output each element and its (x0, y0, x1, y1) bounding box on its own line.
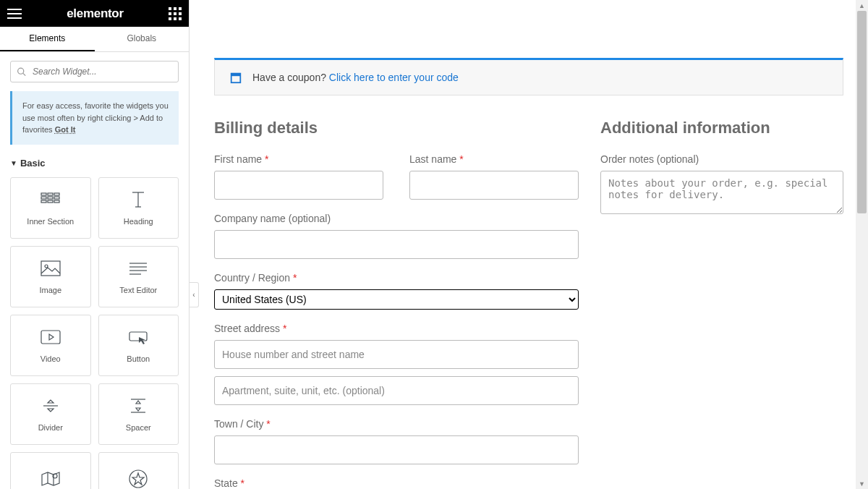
svg-rect-8 (41, 200, 46, 203)
brand-label: elementor (67, 7, 124, 21)
coupon-text: Have a coupon? (252, 72, 329, 83)
svg-rect-14 (41, 261, 60, 276)
additional-column: Additional information Order notes (opti… (600, 119, 843, 489)
search-wrap (10, 61, 179, 82)
hamburger-menu-icon[interactable] (7, 9, 22, 19)
text-editor-icon (128, 258, 148, 278)
svg-rect-10 (54, 200, 59, 203)
category-label: Basic (20, 158, 46, 169)
widget-spacer[interactable]: Spacer (98, 383, 179, 445)
svg-marker-25 (48, 409, 54, 412)
first-name-label: First name * (214, 153, 383, 165)
svg-rect-36 (231, 74, 241, 77)
widget-grid: Inner Section Heading Image Text Editor … (10, 177, 179, 490)
tab-elements[interactable]: Elements (0, 27, 95, 51)
button-icon (128, 327, 148, 347)
svg-marker-23 (48, 400, 54, 403)
svg-rect-20 (41, 331, 60, 344)
columns-icon (41, 190, 61, 210)
tab-globals[interactable]: Globals (95, 27, 190, 51)
widget-button[interactable]: Button (98, 315, 179, 376)
svg-rect-5 (41, 197, 46, 199)
billing-heading: Billing details (214, 119, 579, 137)
country-label: Country / Region * (214, 272, 579, 284)
additional-heading: Additional information (600, 119, 843, 137)
widget-google-maps[interactable] (10, 452, 91, 490)
map-icon (41, 469, 61, 489)
heading-icon (128, 190, 148, 210)
svg-rect-6 (48, 197, 53, 199)
svg-marker-27 (136, 401, 140, 404)
scroll-thumb[interactable] (857, 11, 867, 213)
banner-text: For easy access, favorite the widgets yo… (22, 101, 169, 134)
widget-label: Spacer (126, 423, 151, 432)
app-root: elementor Elements Globals For easy acce… (0, 0, 868, 489)
search-icon (17, 67, 26, 77)
order-notes-field[interactable] (600, 171, 843, 214)
panel-header: elementor (0, 0, 189, 27)
state-label: State * (214, 477, 579, 489)
widget-label: Text Editor (119, 286, 157, 294)
scroll-up-arrow-icon[interactable]: ▲ (856, 0, 868, 11)
coupon-notice: Have a coupon? Click here to enter your … (214, 58, 843, 95)
country-select[interactable]: United States (US) (214, 289, 579, 310)
widget-label: Inner Section (27, 217, 74, 226)
last-name-field[interactable] (409, 171, 579, 200)
widget-label: Divider (38, 423, 63, 432)
panel-body: For easy access, favorite the widgets yo… (0, 52, 189, 489)
widget-image[interactable]: Image (10, 246, 91, 307)
star-icon (128, 469, 148, 489)
svg-rect-3 (48, 193, 53, 195)
street-address-2-field[interactable] (214, 376, 579, 405)
category-basic[interactable]: ▼ Basic (10, 158, 179, 169)
street-address-1-field[interactable] (214, 340, 579, 369)
divider-icon (41, 396, 61, 416)
svg-marker-21 (49, 334, 54, 340)
elementor-panel: elementor Elements Globals For easy acce… (0, 0, 190, 489)
street-label: Street address * (214, 323, 579, 334)
video-icon (41, 327, 61, 347)
scroll-down-arrow-icon[interactable]: ▼ (856, 478, 868, 489)
svg-point-15 (45, 265, 48, 268)
panel-tabs: Elements Globals (0, 27, 189, 52)
banner-gotit-link[interactable]: Got It (55, 125, 76, 134)
image-icon (41, 258, 61, 278)
company-field[interactable] (214, 230, 579, 259)
coupon-icon (229, 71, 242, 84)
widget-label: Button (127, 354, 150, 363)
widget-label: Heading (124, 217, 153, 226)
checkout-columns: Billing details First name * Last name *… (214, 119, 843, 489)
spacer-icon (128, 396, 148, 416)
widget-divider[interactable]: Divider (10, 383, 91, 445)
billing-column: Billing details First name * Last name *… (214, 119, 579, 489)
first-name-field[interactable] (214, 171, 383, 200)
panel-collapse-handle[interactable]: ‹ (190, 282, 199, 307)
search-input[interactable] (10, 61, 179, 82)
order-notes-label: Order notes (optional) (600, 153, 843, 165)
svg-rect-22 (129, 332, 147, 341)
vertical-scrollbar[interactable]: ▲ ▼ (856, 0, 868, 489)
apps-grid-icon[interactable] (169, 7, 182, 20)
svg-point-0 (18, 68, 24, 74)
city-field[interactable] (214, 435, 579, 464)
svg-marker-28 (136, 408, 140, 411)
widget-icon[interactable] (98, 452, 179, 490)
last-name-label: Last name * (409, 153, 579, 165)
widget-label: Video (41, 354, 61, 363)
widget-inner-section[interactable]: Inner Section (10, 177, 91, 239)
widget-heading[interactable]: Heading (98, 177, 179, 239)
coupon-link[interactable]: Click here to enter your code (329, 72, 459, 83)
svg-rect-7 (54, 197, 59, 199)
caret-down-icon: ▼ (10, 159, 17, 167)
svg-rect-2 (41, 193, 46, 195)
widget-text-editor[interactable]: Text Editor (98, 246, 179, 307)
svg-rect-9 (48, 200, 53, 203)
widget-label: Image (39, 286, 61, 294)
favorites-banner: For easy access, favorite the widgets yo… (10, 91, 179, 145)
svg-marker-34 (132, 473, 144, 485)
svg-rect-4 (54, 193, 59, 195)
preview-canvas: Have a coupon? Click here to enter your … (190, 0, 868, 489)
svg-line-1 (23, 73, 25, 75)
widget-video[interactable]: Video (10, 315, 91, 376)
company-label: Company name (optional) (214, 213, 579, 224)
